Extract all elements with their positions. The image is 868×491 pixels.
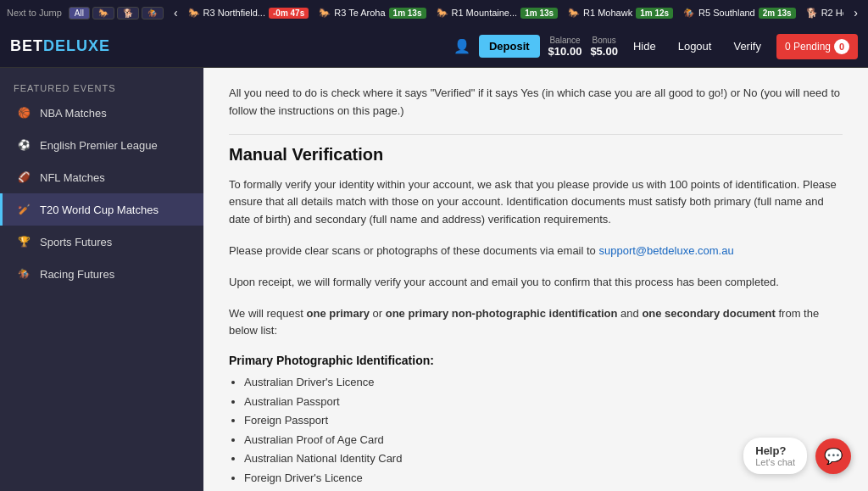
race-event-2[interactable]: 🐎 R3 Te Aroha 1m 13s — [319, 8, 426, 19]
sidebar-item-label-racing-futures: Racing Futures — [40, 268, 114, 281]
race-event-1[interactable]: 🐎 R3 Northfield... -0m 47s — [188, 8, 309, 19]
chat-help-label: Help? — [755, 444, 795, 457]
pending-label: 0 Pending — [785, 41, 831, 53]
race-event-6[interactable]: 🐕 R2 Healesville 8m — [806, 8, 844, 19]
race-event-4[interactable]: 🐎 R1 Mohawk 1m 12s — [568, 8, 673, 19]
header-actions: 👤 Deposit Balance $10.00 Bonus $5.00 Hid… — [453, 34, 858, 59]
verify-button[interactable]: Verify — [726, 36, 768, 56]
cricket-icon — [16, 202, 31, 217]
filter-harness[interactable]: 🏇 — [142, 7, 164, 20]
race-icon-1: 🐎 — [188, 8, 200, 19]
logo: BETDELUXE — [10, 37, 110, 55]
race-time-4: 1m 12s — [636, 8, 673, 19]
football-icon — [16, 170, 31, 185]
divider — [229, 134, 843, 135]
race-venue-6: R2 Healesville — [821, 8, 844, 18]
race-time-2: 1m 13s — [389, 8, 426, 19]
main-heading: Manual Verification — [229, 145, 843, 165]
filter-all[interactable]: All — [69, 7, 90, 20]
primary-photo-heading: Primary Photographic Identification: — [229, 354, 843, 367]
race-venue-3: R1 Mountaine... — [452, 8, 518, 18]
main-content: All you need to do is check where it say… — [203, 68, 868, 491]
bonus-section: Bonus $5.00 — [590, 36, 618, 58]
bonus-label: Bonus — [592, 36, 615, 45]
hide-button[interactable]: Hide — [626, 36, 663, 56]
main-layout: Featured Events NBA Matches English Prem… — [0, 68, 868, 491]
balance-label: Balance — [549, 36, 580, 45]
sidebar-item-label-nba: NBA Matches — [40, 107, 107, 120]
sidebar-item-nba[interactable]: NBA Matches — [0, 97, 203, 129]
main-para-3: Upon receipt, we will formally verify yo… — [229, 274, 843, 292]
race-icon-5: 🏇 — [683, 8, 695, 19]
header: BETDELUXE 👤 Deposit Balance $10.00 Bonus… — [0, 25, 868, 68]
race-icon-6: 🐕 — [806, 8, 818, 19]
sidebar: Featured Events NBA Matches English Prem… — [0, 68, 203, 491]
para4-bold1: one primary — [307, 307, 370, 320]
main-para-2: Please provide clear scans or photograph… — [229, 243, 843, 260]
race-time-3: 1m 13s — [520, 8, 558, 19]
sidebar-item-label-english: English Premier League — [40, 139, 158, 152]
chat-sub-label: Let's chat — [755, 457, 795, 467]
sidebar-item-t20[interactable]: T20 World Cup Matches — [0, 193, 203, 226]
race-venue-1: R3 Northfield... — [203, 8, 265, 18]
sidebar-item-label-t20: T20 World Cup Matches — [40, 204, 159, 216]
list-item: Foreign Passport — [244, 412, 843, 429]
race-time-1: -0m 47s — [269, 8, 309, 19]
race-event-5[interactable]: 🏇 R5 Southland 2m 13s — [683, 8, 796, 19]
sidebar-item-nfl[interactable]: NFL Matches — [0, 161, 203, 193]
race-next-arrow[interactable]: › — [850, 6, 861, 20]
pending-count: 0 — [834, 39, 849, 54]
race-venue-2: R3 Te Aroha — [334, 8, 385, 18]
race-icon-3: 🐎 — [437, 8, 448, 19]
next-to-jump-label: Next to Jump — [7, 8, 62, 18]
balance-section: Balance $10.00 — [548, 36, 582, 58]
list-item: Australian Passport — [244, 393, 843, 410]
racing-icon — [16, 266, 31, 282]
race-time-5: 2m 13s — [759, 8, 796, 19]
bonus-value: $5.00 — [590, 45, 618, 58]
soccer-icon — [16, 137, 31, 153]
sidebar-item-label-sports-futures: Sports Futures — [40, 236, 112, 248]
trophy-icon — [16, 234, 31, 249]
para4-bold2: one primary non-photographic identificat… — [386, 307, 618, 320]
para4-bold3: one secondary document — [642, 307, 775, 320]
sidebar-item-sports-futures[interactable]: Sports Futures — [0, 226, 203, 258]
para4-mid2: and — [617, 307, 642, 320]
main-para-2-text: Please provide clear scans or photograph… — [229, 244, 596, 257]
email-link[interactable]: support@betdeluxe.com.au — [598, 244, 733, 257]
intro-paragraph: All you need to do is check where it say… — [229, 85, 843, 120]
para4-mid1: or — [370, 307, 386, 320]
race-icon-4: 🐎 — [568, 8, 580, 19]
race-bar: Next to Jump All 🐎 🐕 🏇 ‹ 🐎 R3 Northfield… — [0, 0, 868, 25]
race-event-3[interactable]: 🐎 R1 Mountaine... 1m 13s — [437, 8, 559, 19]
chat-widget: Help? Let's chat 💬 — [743, 438, 851, 474]
balance-value: $10.00 — [548, 45, 582, 58]
user-icon-button[interactable]: 👤 — [453, 38, 470, 54]
race-events-list: 🐎 R3 Northfield... -0m 47s 🐎 R3 Te Aroha… — [188, 8, 844, 19]
filter-dog[interactable]: 🐕 — [117, 7, 139, 20]
sidebar-item-racing-futures[interactable]: Racing Futures — [0, 258, 203, 290]
filter-horse[interactable]: 🐎 — [92, 7, 114, 20]
race-icon-2: 🐎 — [319, 8, 331, 19]
main-para-1: To formally verify your identity within … — [229, 176, 843, 229]
sidebar-item-english-premier[interactable]: English Premier League — [0, 129, 203, 161]
logout-button[interactable]: Logout — [671, 36, 719, 56]
race-filter-buttons[interactable]: All 🐎 🐕 🏇 — [69, 7, 164, 20]
list-item: Australian Driver's Licence — [244, 374, 843, 391]
pending-button[interactable]: 0 Pending 0 — [776, 34, 858, 59]
deposit-button[interactable]: Deposit — [479, 35, 540, 58]
sidebar-item-label-nfl: NFL Matches — [40, 171, 105, 184]
basketball-icon — [16, 105, 31, 120]
sidebar-section-title: Featured Events — [0, 76, 203, 97]
chat-bubble: Help? Let's chat — [743, 438, 807, 474]
race-prev-arrow[interactable]: ‹ — [170, 6, 181, 20]
race-venue-5: R5 Southland — [698, 8, 755, 18]
race-venue-4: R1 Mohawk — [583, 8, 632, 18]
chat-open-button[interactable]: 💬 — [815, 438, 851, 474]
para4-start: We will request — [229, 307, 307, 320]
main-para-4: We will request one primary or one prima… — [229, 305, 843, 341]
